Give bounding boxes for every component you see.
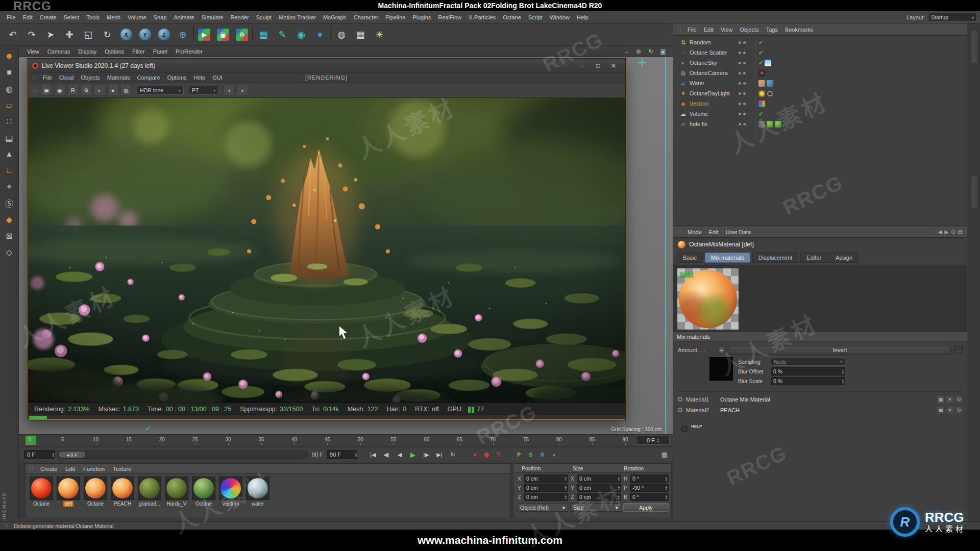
prev-key-button[interactable]: ◀| bbox=[380, 449, 393, 460]
menu-item[interactable]: Tools bbox=[83, 12, 103, 22]
menu-item[interactable]: File bbox=[3, 12, 19, 22]
lv-feedback-icon[interactable]: ◖ bbox=[224, 85, 235, 96]
object-row[interactable]: ☀ OctaneDayLight bbox=[673, 88, 967, 98]
am-back-icon[interactable]: ◀ bbox=[938, 229, 942, 235]
viewport-menu-item[interactable]: Cameras bbox=[43, 47, 75, 56]
display-sphere-icon[interactable]: ◍ bbox=[333, 26, 350, 43]
visibility-dots[interactable] bbox=[739, 62, 746, 64]
kernel-dropdown[interactable]: PT ▾ bbox=[189, 86, 218, 95]
live-viewer-menu-item[interactable]: Objects bbox=[77, 73, 103, 82]
visibility-dots[interactable] bbox=[739, 113, 746, 115]
material1-row[interactable]: Material1 Octane Mix Material ▩✕↻ bbox=[678, 394, 963, 404]
viewport-zoom-icon[interactable]: ⊕ bbox=[634, 47, 643, 56]
menu-item[interactable]: Window bbox=[546, 12, 573, 22]
material-thumb[interactable] bbox=[111, 477, 134, 500]
menu-item[interactable]: Plugins bbox=[409, 12, 434, 22]
material-tab[interactable]: Editor bbox=[800, 253, 827, 263]
enabled-check-icon[interactable]: ✓ bbox=[758, 49, 763, 56]
timeline-ruler[interactable]: 051015202530354045505560657075808590 0 F… bbox=[19, 434, 673, 446]
reload-link-icon[interactable]: ↻ bbox=[955, 396, 963, 403]
material-tab[interactable]: Basic bbox=[677, 253, 703, 263]
menu-item[interactable]: X-Particles bbox=[465, 12, 499, 22]
hdr-tone-dropdown[interactable]: HDR tone ▾ bbox=[137, 86, 184, 95]
paint-bucket-icon[interactable]: ◆ bbox=[2, 212, 17, 227]
lv-settings-icon[interactable]: ⚙ bbox=[81, 85, 92, 96]
stepper-arrows-icon[interactable]: ▴▾ bbox=[564, 476, 568, 481]
material-tab[interactable]: Displacement bbox=[752, 253, 799, 263]
reload-link-icon[interactable]: ↻ bbox=[955, 407, 963, 414]
live-viewer-menu-item[interactable]: Cloud bbox=[56, 73, 78, 82]
lv-material-picker-icon[interactable]: ● bbox=[107, 85, 118, 96]
menu-item[interactable]: Snap bbox=[150, 12, 170, 22]
octane-material-icon[interactable]: ✎ bbox=[274, 26, 291, 43]
viewport-menu-item[interactable]: Panel bbox=[149, 47, 172, 56]
visibility-dots[interactable] bbox=[739, 41, 746, 44]
coordinate-input[interactable]: 0 °▴▾ bbox=[630, 493, 669, 501]
menu-item[interactable]: Help bbox=[573, 12, 592, 22]
close-button[interactable]: ✕ bbox=[606, 61, 621, 71]
phong-tag-icon[interactable] bbox=[758, 121, 765, 128]
camera-tag-icon[interactable] bbox=[758, 70, 765, 77]
blur-offset-field[interactable]: 0 %▴▾ bbox=[771, 367, 845, 375]
viewport-menu-item[interactable]: Options bbox=[101, 47, 128, 56]
live-viewer-menu-item[interactable]: GUI bbox=[209, 73, 226, 82]
render-picture-viewer-icon[interactable]: ▣ bbox=[214, 26, 232, 43]
menu-item[interactable]: Simulate bbox=[198, 12, 227, 22]
viewport-toggle-icon[interactable]: ▣ bbox=[658, 47, 668, 56]
coordinate-input[interactable]: 0 cm▴▾ bbox=[524, 484, 568, 492]
viewport-pan-icon[interactable]: ↔ bbox=[622, 47, 631, 56]
object-row[interactable]: ▱ Water bbox=[673, 78, 967, 88]
shader-ball-icon[interactable]: ▩ bbox=[937, 396, 944, 403]
material-swatch[interactable]: Octane bbox=[29, 477, 54, 507]
stepper-arrows-icon[interactable]: ▴▾ bbox=[665, 494, 668, 499]
stepper-arrows-icon[interactable]: ▴▾ bbox=[617, 494, 621, 499]
stepper-arrows-icon[interactable]: ▴▾ bbox=[617, 476, 621, 481]
coordinate-system-icon[interactable]: ⊕ bbox=[174, 26, 191, 43]
menu-item[interactable]: Octane bbox=[499, 12, 524, 22]
octane-live-viewer-icon[interactable]: ▦ bbox=[255, 26, 272, 43]
texture-mode-icon[interactable]: ◍ bbox=[2, 81, 17, 96]
keyframe-options-button[interactable]: ? bbox=[493, 449, 503, 460]
record-rotation-toggle[interactable]: R bbox=[537, 450, 547, 460]
render-view[interactable] bbox=[28, 98, 625, 403]
viewport-menu-item[interactable]: Display bbox=[74, 47, 101, 56]
material-thumb[interactable] bbox=[84, 477, 107, 500]
viewport-menu-item[interactable]: Filter bbox=[128, 47, 149, 56]
visibility-dots[interactable] bbox=[739, 92, 746, 95]
material-thumb[interactable] bbox=[57, 477, 80, 500]
object-row[interactable]: ⇅ Random ✓ bbox=[673, 37, 967, 47]
next-key-button[interactable]: ▶| bbox=[433, 449, 446, 460]
visibility-dots[interactable] bbox=[739, 123, 746, 126]
octane-objects-icon[interactable]: ◉ bbox=[292, 26, 310, 43]
object-row-selected[interactable]: ◈ Vectron bbox=[673, 98, 967, 109]
viewport-solo-icon[interactable]: ⌖ bbox=[2, 179, 17, 194]
material-menu-item[interactable]: Texture bbox=[109, 465, 135, 473]
material-menu-item[interactable]: Function bbox=[79, 465, 109, 473]
expand-button[interactable]: ▸ bbox=[718, 346, 725, 354]
texture-browse-button[interactable]: … bbox=[954, 346, 963, 354]
coordinate-input[interactable]: 0 cm▴▾ bbox=[524, 474, 568, 483]
menu-item[interactable]: Edit bbox=[19, 12, 36, 22]
edges-mode-icon[interactable]: ▤ bbox=[2, 130, 17, 145]
am-forward-icon[interactable]: ▶ bbox=[944, 229, 948, 235]
drag-handle-icon[interactable]: ∷ bbox=[32, 87, 39, 94]
visibility-dots[interactable] bbox=[739, 103, 746, 105]
menu-item[interactable]: Volume bbox=[124, 12, 150, 22]
stepper-arrows-icon[interactable]: ▴▾ bbox=[841, 379, 845, 384]
clear-link-icon[interactable]: ✕ bbox=[946, 396, 953, 403]
light-icon[interactable]: ☀ bbox=[371, 26, 388, 43]
apply-button[interactable]: Apply bbox=[623, 503, 669, 512]
object-row[interactable]: ☁ Volume ✓ bbox=[673, 109, 967, 119]
material-tab[interactable]: Mix materials bbox=[705, 253, 750, 263]
object-row[interactable]: ◐ OctaneSky ✓ bbox=[673, 58, 967, 68]
material-tag-icon[interactable] bbox=[775, 121, 781, 128]
symmetry-icon[interactable]: ◇ bbox=[2, 244, 17, 260]
coordinate-input[interactable]: 0 cm▴▾ bbox=[524, 493, 568, 501]
object-row[interactable]: ▱ hole fix bbox=[673, 119, 967, 129]
separator[interactable] bbox=[330, 26, 331, 40]
visibility-dots[interactable] bbox=[739, 72, 746, 74]
loop-button[interactable]: ↻ bbox=[447, 449, 459, 460]
viewport[interactable]: Grid Spacing : 100 cm Live Viewer Studio… bbox=[19, 57, 673, 434]
menu-item[interactable]: Pipeline bbox=[382, 12, 409, 22]
prev-frame-button[interactable]: ◀ bbox=[394, 449, 406, 460]
